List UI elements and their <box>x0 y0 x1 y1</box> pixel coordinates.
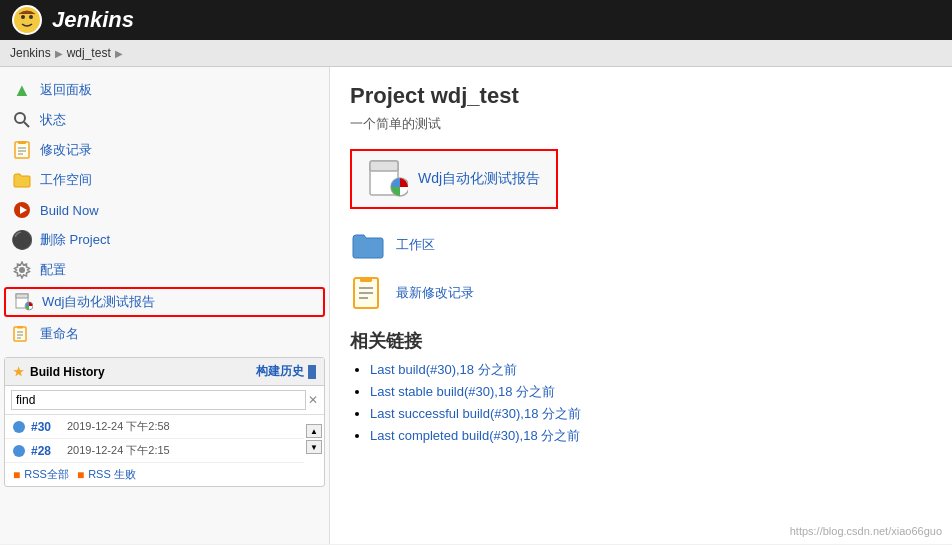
app-header: Jenkins <box>0 0 952 40</box>
folder-icon <box>12 170 32 190</box>
breadcrumb-arrow-1: ▶ <box>55 48 63 59</box>
related-links-list: Last build(#30),18 分之前 Last stable build… <box>350 361 932 445</box>
build-status-dot <box>13 445 25 457</box>
build-history-link[interactable]: 构建历史 <box>256 363 316 380</box>
rss-build-link[interactable]: RSS 生败 <box>88 467 136 482</box>
build-history-scroll-up[interactable]: ▲ <box>306 424 322 438</box>
sidebar-item-configure[interactable]: 配置 <box>0 255 329 285</box>
svg-point-1 <box>21 15 25 19</box>
list-item: Last completed build(#30),18 分之前 <box>370 427 932 445</box>
build-history-title: Build History <box>30 365 105 379</box>
build-history-panel: ★ Build History 构建历史 ✕ #30 2019-12-24 <box>4 357 325 487</box>
rss-all-link[interactable]: RSS全部 <box>24 467 69 482</box>
magnifier-icon <box>12 110 32 130</box>
report-card: Wdj自动化测试报告 <box>350 149 558 209</box>
watermark: https://blog.csdn.net/xiao66guo <box>790 525 942 537</box>
svg-line-4 <box>24 122 29 127</box>
sidebar-item-rename[interactable]: 重命名 <box>0 319 329 349</box>
list-item: Last build(#30),18 分之前 <box>370 361 932 379</box>
svg-rect-16 <box>14 327 26 341</box>
build-history-search-row: ✕ <box>5 386 324 415</box>
build-history-row: #30 2019-12-24 下午2:58 <box>5 415 304 439</box>
build-date-30: 2019-12-24 下午2:58 <box>67 419 170 434</box>
sidebar-label-back: 返回面板 <box>40 81 92 99</box>
breadcrumb: Jenkins ▶ wdj_test ▶ <box>0 40 952 67</box>
sidebar-label-delete: 删除 Project <box>40 231 110 249</box>
workspace-item: 工作区 <box>350 221 932 269</box>
svg-rect-5 <box>15 142 29 158</box>
svg-rect-25 <box>360 277 372 282</box>
sidebar-item-changes[interactable]: 修改记录 <box>0 135 329 165</box>
workspace-link[interactable]: 工作区 <box>396 236 435 254</box>
build-status-dot <box>13 421 25 433</box>
build-link-28[interactable]: #28 <box>31 444 61 458</box>
rss-icon-build: ■ <box>77 468 84 482</box>
sidebar-item-wdj-report[interactable]: Wdj自动化测试报告 <box>4 287 325 317</box>
related-links-section: 相关链接 Last build(#30),18 分之前 Last stable … <box>350 329 932 445</box>
content-area: Project wdj_test 一个简单的测试 Wdj自动化测试报告 <box>330 67 952 544</box>
build-date-28: 2019-12-24 下午2:15 <box>67 443 170 458</box>
changelog-icon <box>350 275 386 311</box>
sidebar-label-configure: 配置 <box>40 261 66 279</box>
report-card-icon <box>368 159 408 199</box>
related-link-3[interactable]: Last completed build(#30),18 分之前 <box>370 428 580 443</box>
svg-point-12 <box>19 267 25 273</box>
build-history-header: ★ Build History 构建历史 <box>5 358 324 386</box>
build-history-row: #28 2019-12-24 下午2:15 <box>5 439 304 463</box>
related-link-2[interactable]: Last successful build(#30),18 分之前 <box>370 406 581 421</box>
svg-rect-17 <box>17 326 23 329</box>
svg-rect-6 <box>18 141 26 144</box>
breadcrumb-wdj-test[interactable]: wdj_test <box>67 46 111 60</box>
related-links-heading: 相关链接 <box>350 329 932 353</box>
gear-icon <box>12 260 32 280</box>
sidebar-label-status: 状态 <box>40 111 66 129</box>
build-history-scroll-down[interactable]: ▼ <box>306 440 322 454</box>
workspace-icon <box>350 227 386 263</box>
related-link-0[interactable]: Last build(#30),18 分之前 <box>370 362 517 377</box>
sidebar: ▲ 返回面板 状态 修改记录 <box>0 67 330 544</box>
rss-icon-all: ■ <box>13 468 20 482</box>
ban-icon: ⚫ <box>12 230 32 250</box>
sidebar-label-wdj-report: Wdj自动化测试报告 <box>42 293 155 311</box>
svg-point-2 <box>29 15 33 19</box>
changelog-link[interactable]: 最新修改记录 <box>396 284 474 302</box>
app-title: Jenkins <box>52 7 134 33</box>
notepad-icon <box>12 140 32 160</box>
build-link-30[interactable]: #30 <box>31 420 61 434</box>
sidebar-label-changes: 修改记录 <box>40 141 92 159</box>
wdj-report-icon <box>14 292 34 312</box>
rss-bar: ■ RSS全部 ■ RSS 生败 <box>5 463 324 486</box>
star-icon: ★ <box>13 365 24 379</box>
list-item: Last successful build(#30),18 分之前 <box>370 405 932 423</box>
breadcrumb-jenkins[interactable]: Jenkins <box>10 46 51 60</box>
build-now-icon <box>12 200 32 220</box>
build-history-search-input[interactable] <box>11 390 306 410</box>
changelog-item: 最新修改记录 <box>350 269 932 317</box>
blue-bar-icon <box>308 365 316 379</box>
svg-rect-22 <box>370 161 398 171</box>
sidebar-item-workspace[interactable]: 工作空间 <box>0 165 329 195</box>
sidebar-item-build-now[interactable]: Build Now <box>0 195 329 225</box>
build-history-anchor[interactable]: 构建历史 <box>256 363 304 380</box>
sidebar-label-build-now: Build Now <box>40 203 99 218</box>
sidebar-label-rename: 重命名 <box>40 325 79 343</box>
build-history-search-clear[interactable]: ✕ <box>308 393 318 407</box>
up-arrow-icon: ▲ <box>12 80 32 100</box>
jenkins-logo <box>12 5 42 35</box>
rename-icon <box>12 324 32 344</box>
page-title: Project wdj_test <box>350 83 932 109</box>
list-item: Last stable build(#30),18 分之前 <box>370 383 932 401</box>
main-layout: ▲ 返回面板 状态 修改记录 <box>0 67 952 544</box>
sidebar-item-status[interactable]: 状态 <box>0 105 329 135</box>
sidebar-label-workspace: 工作空间 <box>40 171 92 189</box>
related-link-1[interactable]: Last stable build(#30),18 分之前 <box>370 384 555 399</box>
breadcrumb-arrow-2: ▶ <box>115 48 123 59</box>
report-link[interactable]: Wdj自动化测试报告 <box>418 170 540 188</box>
sidebar-item-delete[interactable]: ⚫ 删除 Project <box>0 225 329 255</box>
svg-point-3 <box>15 113 25 123</box>
sidebar-item-back[interactable]: ▲ 返回面板 <box>0 75 329 105</box>
project-subtitle: 一个简单的测试 <box>350 115 932 133</box>
svg-rect-14 <box>16 294 28 298</box>
